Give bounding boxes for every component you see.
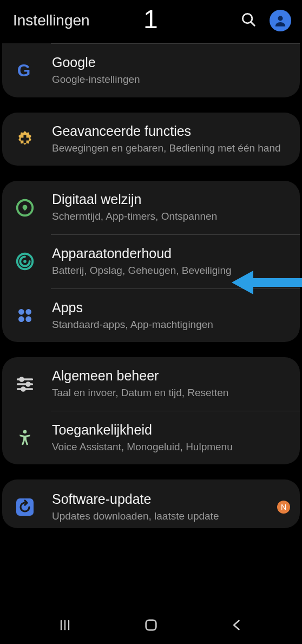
item-title: Geavanceerde functies (52, 123, 290, 139)
item-title: Digitaal welzijn (52, 192, 290, 207)
settings-item-google[interactable]: G Google Google-instellingen (2, 44, 300, 97)
svg-point-2 (278, 16, 283, 21)
apps-icon (13, 304, 37, 327)
svg-rect-24 (146, 620, 156, 630)
settings-item-accessibility[interactable]: Toegankelijkheid Voice Assistant, Monoge… (2, 411, 300, 465)
item-subtitle: Standaard-apps, App-machtigingen (52, 318, 290, 332)
svg-point-12 (25, 316, 31, 322)
gear-plus-icon (13, 127, 37, 151)
svg-point-10 (25, 309, 31, 315)
nav-home-button[interactable] (140, 614, 162, 636)
page-title: Instellingen (13, 12, 90, 29)
item-title: Algemeen beheer (52, 368, 290, 384)
wellbeing-icon (13, 196, 37, 220)
settings-item-digital-wellbeing[interactable]: Digitaal welzijn Schermtijd, App-timers,… (2, 181, 300, 234)
svg-point-19 (23, 430, 27, 434)
item-title: Google (52, 55, 290, 70)
settings-group: Geavanceerde functies Bewegingen en geba… (2, 113, 300, 166)
item-body: Google Google-instellingen (52, 55, 290, 87)
item-subtitle: Voice Assistant, Monogeluid, Hulpmenu (52, 440, 290, 454)
svg-point-9 (18, 309, 24, 315)
nav-recents-button[interactable] (54, 614, 76, 636)
svg-point-16 (20, 377, 23, 380)
item-subtitle: Taal en invoer, Datum en tijd, Resetten (52, 386, 290, 400)
settings-item-advanced-features[interactable]: Geavanceerde functies Bewegingen en geba… (2, 113, 300, 166)
item-subtitle: Batterij, Opslag, Geheugen, Beveiliging (52, 264, 290, 278)
item-body: Digitaal welzijn Schermtijd, App-timers,… (52, 192, 290, 224)
item-body: Geavanceerde functies Bewegingen en geba… (52, 123, 290, 155)
svg-point-8 (23, 260, 27, 263)
header: Instellingen 1 (0, 0, 302, 41)
nav-back-button[interactable] (226, 614, 248, 636)
svg-point-11 (18, 316, 24, 322)
svg-text:G: G (17, 61, 31, 80)
item-body: Apparaatonderhoud Batterij, Opslag, Gehe… (52, 246, 290, 278)
settings-item-general-management[interactable]: Algemeen beheer Taal en invoer, Datum en… (2, 357, 300, 411)
maintenance-icon (13, 249, 37, 273)
google-icon: G (13, 58, 37, 82)
settings-group: Software-update Updates downloaden, laat… (2, 479, 300, 528)
sliders-icon (13, 372, 37, 396)
settings-group: Algemeen beheer Taal en invoer, Datum en… (2, 357, 300, 464)
nav-bar (0, 606, 302, 644)
item-body: Software-update Updates downloaden, laat… (52, 491, 277, 523)
item-subtitle: Updates downloaden, laatste update (52, 509, 277, 523)
item-title: Toegankelijkheid (52, 422, 290, 438)
settings-item-device-maintenance[interactable]: Apparaatonderhoud Batterij, Opslag, Gehe… (2, 235, 300, 288)
settings-group: Digitaal welzijn Schermtijd, App-timers,… (2, 181, 300, 342)
item-title: Apps (52, 300, 290, 316)
header-actions (240, 10, 291, 31)
settings-list: G Google Google-instellingen Geavanceerd… (0, 43, 302, 606)
item-subtitle: Google-instellingen (52, 73, 290, 87)
accessibility-icon (13, 426, 37, 450)
svg-point-18 (22, 387, 25, 390)
update-icon (13, 495, 37, 519)
item-subtitle: Schermtijd, App-timers, Ontspannen (52, 209, 290, 224)
item-body: Apps Standaard-apps, App-machtigingen (52, 300, 290, 332)
svg-point-17 (27, 382, 30, 385)
settings-item-software-update[interactable]: Software-update Updates downloaden, laat… (2, 479, 300, 528)
notification-badge: N (277, 501, 290, 514)
settings-item-apps[interactable]: Apps Standaard-apps, App-machtigingen (2, 289, 300, 343)
item-body: Toegankelijkheid Voice Assistant, Monoge… (52, 422, 290, 454)
item-title: Apparaatonderhoud (52, 246, 290, 261)
settings-group: G Google Google-instellingen (2, 43, 300, 97)
svg-line-1 (251, 22, 255, 26)
item-body: Algemeen beheer Taal en invoer, Datum en… (52, 368, 290, 400)
item-title: Software-update (52, 491, 277, 507)
annotation-step-number: 1 (143, 4, 158, 34)
search-icon[interactable] (240, 11, 257, 30)
profile-avatar[interactable] (270, 10, 291, 31)
item-subtitle: Bewegingen en gebaren, Bediening met één… (52, 141, 290, 155)
svg-rect-5 (21, 137, 29, 140)
